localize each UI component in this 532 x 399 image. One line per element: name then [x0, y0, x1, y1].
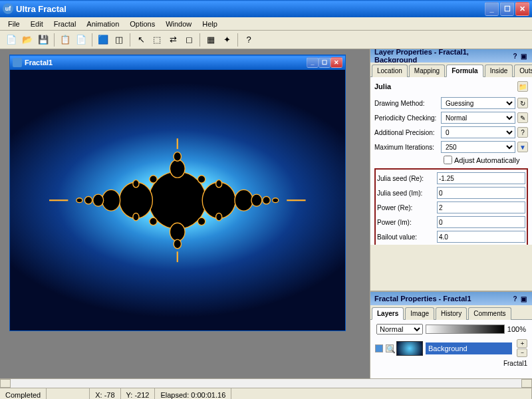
select-tool[interactable]: ⬚	[150, 33, 164, 47]
help-icon[interactable]: ?	[511, 52, 519, 61]
svg-point-5	[93, 194, 104, 206]
doc-maximize-button[interactable]: ☐	[319, 57, 331, 68]
layer-properties-header[interactable]: Layer Properties - Fractal1, Background …	[370, 49, 532, 63]
switch-tool[interactable]: ⇄	[166, 33, 180, 47]
app-title: Ultra Fractal	[16, 4, 485, 14]
save-button[interactable]: 💾	[36, 33, 51, 47]
status-y: Y: -212	[121, 388, 156, 399]
zoom-tool[interactable]: ◻	[182, 33, 196, 47]
fp-collapse-icon[interactable]: ▣	[519, 295, 528, 303]
more-icon[interactable]: ▼	[517, 142, 528, 152]
copy-button[interactable]: 📋	[58, 33, 72, 47]
tab-history[interactable]: History	[436, 307, 467, 320]
menu-file[interactable]: File	[3, 19, 25, 29]
svg-point-7	[85, 196, 92, 203]
collapse-icon[interactable]: ▣	[519, 52, 528, 61]
fractal-canvas[interactable]	[10, 70, 345, 331]
status-x: X: -78	[90, 388, 120, 399]
svg-point-13	[174, 152, 181, 161]
explore-button[interactable]: ✦	[219, 33, 234, 47]
precision-help-icon[interactable]: ?	[517, 127, 528, 138]
svg-point-8	[263, 196, 270, 203]
menu-options[interactable]: Options	[124, 19, 160, 29]
drawing-method-select[interactable]: Guessing	[441, 97, 515, 109]
menubar: File Edit Fractal Animation Options Wind…	[0, 17, 532, 31]
document-title: Fractal1	[25, 59, 307, 66]
menu-animation[interactable]: Animation	[81, 19, 124, 29]
svg-point-16	[198, 176, 205, 183]
julia-seed-im-input[interactable]	[437, 187, 525, 199]
svg-point-22	[216, 213, 222, 220]
visibility-toggle[interactable]	[375, 344, 383, 352]
minimize-button[interactable]: _	[485, 2, 499, 16]
paste-button[interactable]: 📄	[74, 33, 88, 47]
doc-minimize-button[interactable]: _	[307, 57, 319, 68]
toolbar: 📄 📂 💾 📋 📄 🟦 ◫ ↖ ⬚ ⇄ ◻ ▦ ✦ ?	[0, 31, 532, 49]
gradient-button[interactable]: 🟦	[96, 33, 110, 47]
statusbar: Completed X: -78 Y: -212 Elapsed: 0:00:0…	[0, 388, 532, 399]
horizontal-scrollbar[interactable]	[0, 378, 532, 388]
svg-point-19	[133, 180, 139, 187]
document-window: Fractal1 _ ☐ ✕	[9, 55, 346, 331]
render-button[interactable]: ▦	[203, 33, 218, 47]
open-button[interactable]: 📂	[20, 33, 35, 47]
maximize-button[interactable]: ☐	[500, 2, 514, 16]
add-layer-button[interactable]: ＋	[517, 339, 527, 348]
status-completed: Completed	[0, 388, 47, 399]
browse-formula-button[interactable]: 📁	[517, 81, 528, 92]
render-label: Fractal1	[372, 360, 530, 367]
scroll-right-button[interactable]	[521, 379, 532, 388]
close-button[interactable]: ✕	[515, 2, 529, 16]
layers-button[interactable]: ◫	[112, 33, 126, 47]
svg-point-9	[76, 198, 82, 203]
editable-toggle[interactable]: 🔍	[386, 344, 394, 352]
svg-point-21	[216, 180, 222, 187]
layer-props-tabs: Location Mapping Formula Inside Outside	[370, 63, 532, 77]
tab-inside[interactable]: Inside	[485, 65, 513, 77]
tab-image[interactable]: Image	[405, 307, 434, 320]
edit-icon[interactable]: ✎	[517, 112, 528, 123]
tab-mapping[interactable]: Mapping	[409, 65, 445, 77]
layer-thumbnail[interactable]	[396, 341, 423, 356]
bailout-input[interactable]	[437, 231, 525, 243]
power-re-input[interactable]	[437, 201, 525, 213]
adjust-auto-checkbox[interactable]	[444, 156, 452, 164]
doc-close-button[interactable]: ✕	[331, 57, 342, 68]
formula-params-box: Julia seed (Re): Julia seed (Im): Power …	[374, 168, 528, 245]
pointer-tool[interactable]: ↖	[134, 33, 148, 47]
fractal-props-tabs: Layers Image History Comments	[370, 305, 532, 320]
document-titlebar[interactable]: Fractal1 _ ☐ ✕	[10, 55, 345, 70]
julia-seed-re-input[interactable]	[437, 172, 525, 184]
scroll-left-button[interactable]	[0, 379, 11, 388]
blend-mode-select[interactable]: Normal	[376, 324, 423, 334]
help-button[interactable]: ?	[241, 33, 256, 47]
tab-formula[interactable]: Formula	[446, 65, 483, 77]
svg-point-17	[150, 217, 157, 225]
precision-select[interactable]: 0	[441, 126, 515, 138]
menu-help[interactable]: Help	[197, 19, 223, 29]
svg-point-6	[251, 194, 262, 206]
tab-layers[interactable]: Layers	[372, 307, 404, 320]
layer-name[interactable]: Background	[426, 342, 512, 354]
tab-location[interactable]: Location	[372, 65, 408, 77]
power-im-input[interactable]	[437, 216, 525, 228]
opacity-slider[interactable]	[426, 325, 505, 334]
svg-point-12	[170, 223, 186, 241]
menu-fractal[interactable]: Fractal	[49, 19, 82, 29]
periodicity-select[interactable]: Normal	[441, 112, 515, 124]
tab-comments[interactable]: Comments	[468, 307, 511, 320]
fractal-properties-header[interactable]: Fractal Properties - Fractal1 ? ▣	[370, 292, 532, 305]
svg-point-3	[102, 190, 120, 211]
max-iterations-select[interactable]: 250	[441, 141, 515, 153]
menu-window[interactable]: Window	[160, 19, 197, 29]
document-icon	[13, 58, 22, 67]
reload-icon[interactable]: ↻	[517, 98, 528, 108]
new-button[interactable]: 📄	[4, 33, 19, 47]
svg-point-10	[273, 198, 279, 203]
delete-layer-button[interactable]: －	[517, 348, 527, 357]
tab-outside[interactable]: Outside	[514, 65, 532, 77]
workspace: Fractal1 _ ☐ ✕	[0, 49, 370, 378]
menu-edit[interactable]: Edit	[25, 19, 49, 29]
fp-help-icon[interactable]: ?	[511, 295, 519, 303]
svg-point-4	[235, 190, 253, 211]
